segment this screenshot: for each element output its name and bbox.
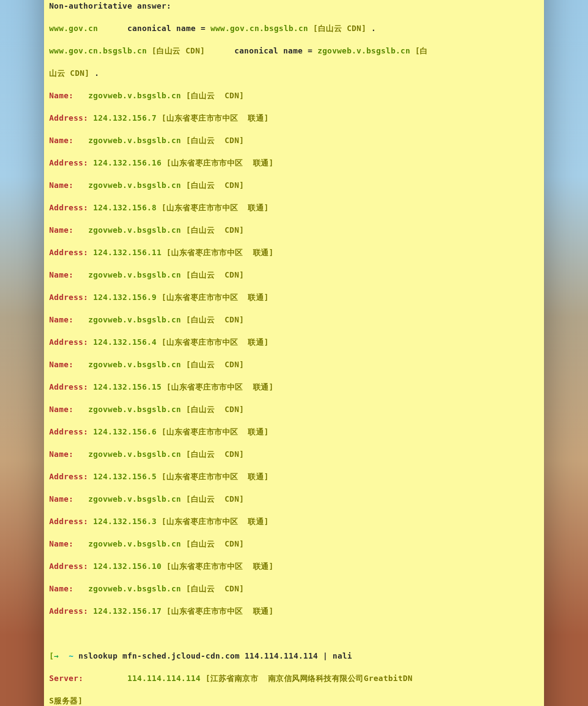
hostname: zgovweb.v.bsgslb.cn	[88, 405, 181, 414]
ip-address: 124.132.156.5	[93, 472, 156, 481]
geo-location: [山东省枣庄市市中区 联通]	[156, 472, 269, 481]
server-label: Server:	[49, 674, 83, 683]
geo-location: [山东省枣庄市市中区 联通]	[162, 606, 274, 615]
geo-location: [山东省枣庄市市中区 联通]	[156, 427, 269, 436]
dot: .	[366, 24, 376, 33]
hostname: www.gov.cn.bsgslb.cn	[210, 24, 308, 33]
terminal-output[interactable]: Address: 46.82.174.69 [德国] [→ ~ nslookup…	[44, 0, 544, 706]
hostname: www.gov.cn.bsgslb.cn	[49, 46, 147, 55]
ip-address: 124.132.156.17	[93, 606, 162, 615]
geo-location: [山东省枣庄市市中区 联通]	[156, 113, 269, 122]
pad	[74, 181, 88, 190]
ip-address: 124.132.156.10	[93, 562, 162, 571]
address-label: Address:	[49, 113, 93, 122]
ip-address: 124.132.156.7	[93, 113, 156, 122]
name-label: Name:	[49, 136, 74, 145]
pad	[83, 674, 127, 683]
hostname: zgovweb.v.bsgslb.cn	[88, 539, 181, 548]
address-label: Address:	[49, 248, 93, 257]
geo-location: [白山云 CDN]	[181, 91, 244, 100]
name-label: Name:	[49, 181, 74, 190]
ip-address: 124.132.156.3	[93, 517, 156, 526]
ip-address: 124.132.156.16	[93, 158, 162, 167]
hostname: zgovweb.v.bsgslb.cn	[88, 91, 181, 100]
hostname: zgovweb.v.bsgslb.cn	[317, 46, 410, 55]
geo-location: [白山云 CDN]	[308, 24, 366, 33]
hostname: zgovweb.v.bsgslb.cn	[88, 270, 181, 279]
address-label: Address:	[49, 382, 93, 391]
geo-location: [白山云 CDN]	[181, 225, 244, 234]
geo-location: [白山云 CDN]	[181, 539, 244, 548]
geo-location: [山东省枣庄市市中区 联通]	[156, 293, 269, 302]
name-label: Name:	[49, 405, 74, 414]
address-label: Address:	[49, 427, 93, 436]
geo-location: [白	[410, 46, 428, 55]
pad	[74, 450, 88, 459]
name-label: Name:	[49, 360, 74, 369]
name-label: Name:	[49, 315, 74, 324]
ip-address: 124.132.156.4	[93, 337, 156, 347]
geo-location: [山东省枣庄市市中区 联通]	[156, 517, 269, 526]
desktop-background: frank — frank@FrankdeMac-mini — ~ — -zsh…	[0, 0, 588, 706]
pad	[74, 405, 88, 414]
cname-label: canonical name =	[127, 24, 210, 33]
geo-location: [山东省枣庄市市中区 联通]	[156, 337, 269, 347]
name-label: Name:	[49, 270, 74, 279]
geo-location: [白山云 CDN]	[181, 360, 244, 369]
non-auth-header: Non-authoritative answer:	[49, 1, 171, 10]
geo-location: [白山云 CDN]	[181, 584, 244, 593]
pad	[74, 136, 88, 145]
terminal-window: frank — frank@FrankdeMac-mini — ~ — -zsh…	[44, 0, 544, 706]
name-label: Name:	[49, 450, 74, 459]
geo-location: [江苏省南京市 南京信风网络科技有限公司GreatbitDN	[200, 674, 413, 683]
hostname: zgovweb.v.bsgslb.cn	[88, 360, 181, 369]
address-label: Address:	[49, 517, 93, 526]
hostname: zgovweb.v.bsgslb.cn	[88, 315, 181, 324]
geo-location: 山云 CDN]	[49, 69, 90, 78]
geo-location: [白山云 CDN]	[181, 405, 244, 414]
address-label: Address:	[49, 293, 93, 302]
name-label: Name:	[49, 91, 74, 100]
ip-address: 124.132.156.11	[93, 248, 162, 257]
hostname: zgovweb.v.bsgslb.cn	[88, 450, 181, 459]
address-label: Address:	[49, 203, 93, 212]
geo-location: [白山云 CDN]	[181, 270, 244, 279]
address-label: Address:	[49, 158, 93, 167]
dot: .	[90, 69, 100, 78]
geo-location: [白山云 CDN]	[147, 46, 205, 55]
pad	[98, 24, 127, 33]
pad	[74, 584, 88, 593]
hostname: zgovweb.v.bsgslb.cn	[88, 494, 181, 503]
ip-address: 124.132.156.15	[93, 382, 162, 391]
pad	[74, 270, 88, 279]
ip-address: 124.132.156.8	[93, 203, 156, 212]
geo-location: [山东省枣庄市市中区 联通]	[162, 382, 274, 391]
pad	[74, 315, 88, 324]
address-label: Address:	[49, 606, 93, 615]
address-label: Address:	[49, 337, 93, 347]
shell-command: nslookup mfn-sched.jcloud-cdn.com 114.11…	[78, 651, 352, 660]
pad	[74, 494, 88, 503]
prompt-tilde: ~	[69, 651, 73, 660]
geo-location: [白山云 CDN]	[181, 494, 244, 503]
hostname: www.gov.cn	[49, 24, 98, 33]
cname-label: canonical name =	[235, 46, 318, 55]
geo-location: [山东省枣庄市市中区 联通]	[162, 562, 274, 571]
hostname: zgovweb.v.bsgslb.cn	[88, 225, 181, 234]
pad	[205, 46, 235, 55]
pad	[74, 539, 88, 548]
prompt-arrow-icon: →	[54, 651, 59, 660]
geo-location: [山东省枣庄市市中区 联通]	[162, 248, 274, 257]
geo-location: [白山云 CDN]	[181, 136, 244, 145]
ip-address: 124.132.156.6	[93, 427, 156, 436]
geo-location: [白山云 CDN]	[181, 450, 244, 459]
geo-location: [白山云 CDN]	[181, 315, 244, 324]
geo-location: [山东省枣庄市市中区 联通]	[156, 203, 269, 212]
name-label: Name:	[49, 584, 74, 593]
pad	[74, 360, 88, 369]
geo-location: S服务器]	[49, 696, 83, 705]
hostname: zgovweb.v.bsgslb.cn	[88, 136, 181, 145]
hostname: zgovweb.v.bsgslb.cn	[88, 584, 181, 593]
geo-location: [白山云 CDN]	[181, 181, 244, 190]
name-label: Name:	[49, 539, 74, 548]
